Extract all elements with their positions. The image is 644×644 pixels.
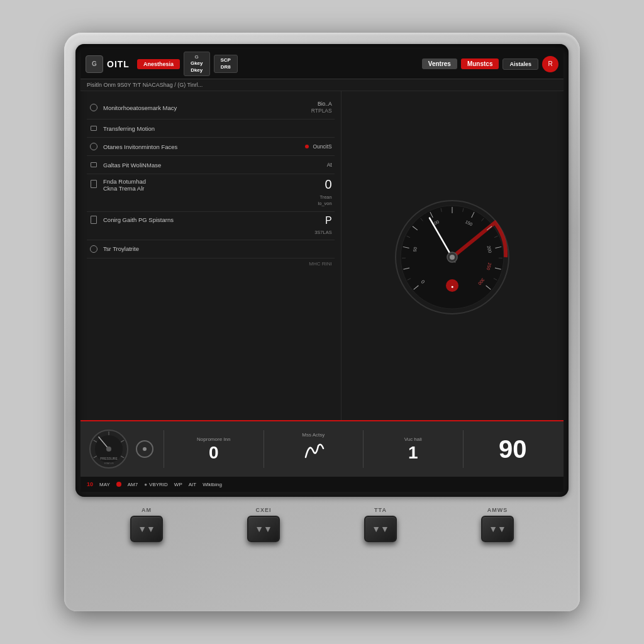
menu-label-6: Tsr Troylatrite [103, 245, 139, 252]
svg-point-33 [450, 255, 455, 260]
status-label-0: Nopromore Inn [197, 436, 230, 443]
nav-icon-button[interactable]: R [542, 56, 558, 72]
menu-icon-0 [89, 103, 98, 112]
right-panel: 0 50 100 150 200 250 300 [341, 91, 564, 420]
knob-icon-2: ▼▼ [372, 524, 389, 534]
status-item-0: Nopromore Inn 0 [169, 436, 258, 462]
menu-item-3[interactable]: Galtas Pit WoliNMase At [87, 156, 335, 174]
knob-label-1: CXEI [255, 507, 271, 513]
footer-text-5: WP [174, 482, 182, 487]
svg-text:STATUS: STATUS [104, 462, 114, 465]
footer-text-3: AM7 [128, 482, 138, 487]
menu-label-4a: Fnda Rotumhad [103, 178, 146, 185]
menu-icon-3 [89, 160, 98, 169]
footer-item-1: MAY [99, 482, 110, 487]
knob-group-0: AM ▼▼ [130, 507, 163, 542]
small-gauge: PRESSURE STATUS [87, 427, 131, 471]
footer-text-4b: VBYRID [149, 482, 168, 487]
bottom-status: PRESSURE STATUS Nopromore Inn 0 Mss Acts… [80, 420, 564, 477]
menu-label-1: Transferring Motion [103, 125, 155, 132]
nav-btn-ventres[interactable]: Ventres [422, 58, 457, 69]
menu-icon-5 [89, 216, 98, 225]
status-icon-1 [302, 440, 325, 466]
footer-item-7: Wlktbing [203, 482, 222, 487]
knob-icon-1: ▼▼ [255, 524, 272, 534]
status-label-1: Mss Actsy [302, 432, 325, 438]
gauge-container: 0 50 100 150 200 250 300 [389, 194, 515, 320]
svg-text:●: ● [451, 284, 453, 289]
menu-item-6[interactable]: Tsr Troylatrite [87, 240, 335, 258]
main-content: Monitorhoeatosemark Macy Bio..ARTPLAS Tr… [80, 91, 564, 420]
knob-2[interactable]: ▼▼ [364, 516, 397, 542]
left-panel: Monitorhoeatosemark Macy Bio..ARTPLAS Tr… [80, 91, 341, 420]
footer-item-6: AIT [189, 482, 196, 487]
menu-label-2: Otanes Invitonminton Faces [103, 143, 177, 150]
menu-item-5[interactable]: Conirg Gaith PG Spistarns P 3S7LAS [87, 212, 335, 240]
menu-icon-6 [89, 245, 98, 253]
footer-text-7: Wlktbing [203, 482, 222, 487]
status-divider-3 [363, 430, 364, 468]
footer-item-4: ● VBYRID [144, 482, 168, 487]
breadcrumb: Pisitln Onm 9S0Y TrT NiACAShag / (G) Tin… [80, 79, 564, 91]
svg-point-44 [106, 447, 111, 452]
menu-item-4[interactable]: Fnda Rotumhad Ckna Trema Alr 0 TreanIo_v… [87, 174, 335, 212]
status-item-3: 90 [469, 436, 558, 462]
bottom-controls: AM ▼▼ CXEI ▼▼ TTA ▼▼ AMWS ▼▼ [75, 504, 569, 545]
menu-item-2[interactable]: Otanes Invitonminton Faces OuncitS [87, 138, 335, 156]
knob-label-2: TTA [374, 507, 387, 513]
gauge-svg: 0 50 100 150 200 250 300 [389, 194, 515, 320]
knob-1[interactable]: ▼▼ [247, 516, 280, 542]
menu-icon-4 [89, 179, 98, 188]
nav-title: OITL [107, 59, 130, 69]
footer-text-1: MAY [99, 482, 110, 487]
menu-value-0: Bio..ARTPLAS [311, 101, 332, 114]
status-divider-4 [463, 430, 464, 468]
status-value-3: 90 [499, 436, 527, 462]
menu-item-0[interactable]: Monitorhoeatosemark Macy Bio..ARTPLAS [87, 96, 335, 119]
menu-value-4: 0 TreanIo_von [318, 178, 332, 207]
footer-bar: 10 MAY AM7 ● VBYRID WP AIT Wlktbing [80, 477, 564, 492]
status-divider-1 [164, 430, 164, 468]
menu-icon-1 [89, 124, 98, 133]
top-nav: G OITL Anesthesia GGkeyDkey SCPDR8 Ventr… [80, 49, 564, 79]
menu-item-1[interactable]: Transferring Motion [87, 119, 335, 138]
menu-label-5: Conirg Gaith PG Spistarns [103, 216, 174, 223]
status-value-2: 1 [408, 444, 418, 462]
menu-value-5: P 3S7LAS [314, 216, 332, 235]
nav-btn-anesthesia[interactable]: Anesthesia [137, 59, 180, 69]
status-circle-icon [136, 440, 153, 458]
knob-group-1: CXEI ▼▼ [247, 507, 280, 542]
status-label-2: Vuc hali [404, 436, 422, 443]
nav-btn-scp[interactable]: SCPDR8 [214, 55, 238, 73]
menu-value-3: At [327, 162, 332, 168]
footer-item-0: 10 [87, 481, 93, 487]
menu-icon-2 [89, 142, 98, 151]
footer-item-5: WP [174, 482, 182, 487]
menu-label-3: Galtas Pit WoliNMase [103, 162, 161, 169]
nav-btn-munstcs[interactable]: Munstcs [461, 58, 499, 69]
nav-logo[interactable]: G [86, 55, 103, 73]
footer-item-3: AM7 [128, 482, 138, 487]
status-item-1: Mss Actsy [269, 432, 358, 466]
knob-0[interactable]: ▼▼ [130, 516, 163, 542]
menu-label-4b: Ckna Trema Alr [103, 185, 146, 192]
footer-item-2 [116, 482, 121, 487]
nav-btn-gkey[interactable]: GGkeyDkey [184, 52, 210, 76]
nav-btn-aistales[interactable]: Aistales [502, 58, 538, 70]
svg-text:PRESSURE: PRESSURE [100, 457, 118, 460]
menu-label-0: Monitorhoeatosemark Macy [103, 104, 177, 111]
footer-text-6: AIT [189, 482, 196, 487]
status-item-2: Vuc hali 1 [369, 436, 458, 462]
status-value-0: 0 [209, 444, 219, 462]
footer-dot-red [116, 482, 121, 487]
machine-frame: G OITL Anesthesia GGkeyDkey SCPDR8 Ventr… [64, 33, 580, 611]
knob-icon-0: ▼▼ [138, 524, 155, 534]
footer-text-4: ● [144, 482, 147, 487]
knob-group-3: AMWS ▼▼ [481, 507, 514, 542]
knob-icon-3: ▼▼ [489, 524, 506, 534]
knob-group-2: TTA ▼▼ [364, 507, 397, 542]
menu-value-2: OuncitS [305, 143, 331, 150]
knob-label-3: AMWS [487, 507, 508, 513]
footer-num-0: 10 [87, 481, 93, 487]
knob-3[interactable]: ▼▼ [481, 516, 514, 542]
